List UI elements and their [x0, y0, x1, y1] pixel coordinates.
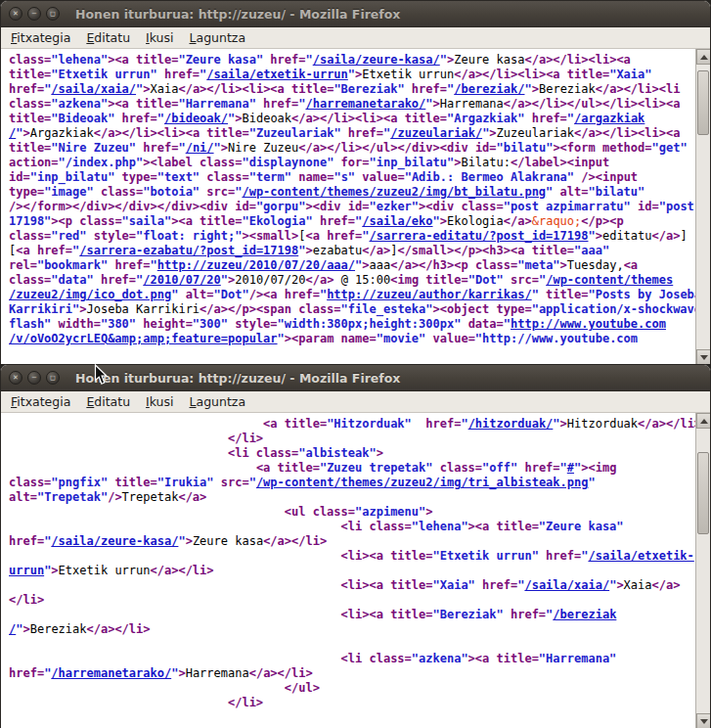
desktop: ✕ − ◻ Honen iturburua: http://zuzeu/ - M… — [0, 0, 711, 728]
source-token — [9, 520, 341, 533]
source-link[interactable]: /saila/zeure-kasa/ — [313, 53, 440, 67]
source-token: Argazkiak — [30, 126, 94, 140]
menu-fitxategia[interactable]: Fitxategia — [3, 391, 78, 412]
source-link[interactable]: /2010/07/20 — [143, 273, 220, 287]
source-link[interactable]: /wp-content/themes/zuzeu2/img/tri_albist… — [256, 476, 589, 489]
menu-laguntza[interactable]: Laguntza — [182, 27, 254, 48]
source-token — [9, 578, 341, 592]
source-token: href= — [9, 82, 44, 96]
vertical-scrollbar[interactable] — [695, 413, 710, 728]
source-link[interactable]: /sarrera-ezabatu/?post_id=17198 — [79, 244, 298, 257]
source-token: "Bereziak" — [432, 608, 503, 621]
source-token: "Nire Zuzeu" — [51, 141, 136, 155]
scrollbar-thumb[interactable] — [697, 70, 709, 135]
source-token: "inp_bilatu" — [369, 156, 454, 169]
source-token: ><p class= — [51, 214, 121, 228]
source-line: title="Nire Zuzeu" href="/ni/">Nire Zuze… — [9, 141, 695, 156]
source-token: "Zuzeu trepetak" — [320, 461, 433, 475]
close-button[interactable]: ✕ — [9, 7, 22, 21]
source-token: Xaia — [151, 82, 179, 96]
source-token: Nire Zuzeu — [228, 141, 298, 155]
maximize-button[interactable]: ◻ — [46, 7, 60, 21]
source-line: Karrikiri">Joseba Karrikiri</a></p><span… — [9, 302, 695, 317]
maximize-button[interactable]: ◻ — [46, 371, 60, 385]
source-line: flash" width="380" height="300" style="w… — [9, 317, 695, 332]
source-token: "Adib.: Bermeo Alakrana" — [405, 170, 574, 184]
source-link[interactable]: /wp-content/themes/zuzeu2/img/bt_bilatu.… — [242, 185, 546, 199]
source-link[interactable]: /harremanetarako/ — [51, 666, 171, 680]
source-token — [9, 505, 285, 519]
source-link[interactable]: /hitzorduak/ — [468, 417, 554, 431]
source-token: "width:380px;height:300px" — [278, 317, 462, 331]
minimize-button[interactable]: − — [27, 371, 41, 385]
scroll-down-button[interactable] — [696, 349, 711, 364]
source-link[interactable]: /saila/eko — [362, 214, 432, 228]
source-line: <li><a title="Xaia" href="/saila/xaia/">… — [9, 578, 695, 593]
source-line: <ul class="azpimenu"> — [9, 505, 695, 520]
source-token: title= — [9, 112, 51, 125]
source-token: "http://www.youtube.com — [475, 332, 638, 345]
source-view: class="lehena"><a title="Zeure kasa" hre… — [1, 49, 710, 364]
source-link[interactable]: /saila/xaia/ — [524, 578, 609, 592]
source-link[interactable]: /v/oVoO2ycrLEQ&amp;amp;feature=popular — [9, 332, 278, 345]
source-link[interactable]: http://www.youtube.com — [511, 317, 666, 331]
source-link[interactable]: /saila/zeure-kasa/ — [51, 534, 178, 548]
titlebar[interactable]: ✕ − ◻ Honen iturburua: http://zuzeu/ - M… — [1, 1, 710, 27]
source-token: ><small> — [242, 229, 298, 243]
source-token: > — [178, 666, 185, 680]
source-token: > — [596, 229, 602, 243]
source-link[interactable]: http://zuzeu/author/karrikas/ — [327, 288, 532, 301]
scroll-up-button[interactable] — [696, 49, 711, 65]
scroll-up-button[interactable] — [696, 413, 711, 429]
source-link[interactable]: /wp-content/themes — [546, 273, 673, 287]
source-token: </a></li><li><a title= — [94, 126, 249, 140]
vertical-scrollbar[interactable] — [695, 49, 710, 364]
source-token: /> — [108, 490, 121, 504]
scroll-down-button[interactable] — [696, 713, 711, 728]
menu-editatu[interactable]: Editatu — [78, 391, 138, 412]
source-token: " — [588, 476, 595, 489]
source-token: > — [51, 564, 58, 577]
source-token: "bookmark" — [37, 258, 108, 272]
source-token: "saila" — [122, 214, 172, 228]
source-link[interactable]: /zuzeulariak/ — [390, 126, 482, 140]
source-link[interactable]: /bideoak/ — [164, 112, 228, 125]
source-token — [9, 681, 285, 695]
arrow-up-icon — [700, 419, 708, 424]
menu-fitxategia[interactable]: Fitxategia — [3, 27, 78, 48]
menu-ikusi[interactable]: Ikusi — [138, 27, 181, 48]
source-link[interactable]: /argazkiak — [574, 112, 644, 125]
minimize-button[interactable]: − — [27, 7, 41, 21]
close-button[interactable]: ✕ — [9, 371, 22, 385]
menu-editatu[interactable]: Editatu — [78, 27, 138, 48]
source-link[interactable]: http://zuzeu/2010/07/20/aaa/ — [157, 258, 355, 272]
source-link[interactable]: /zuzeu2/img/ico_dot.png — [9, 288, 171, 301]
source-link[interactable]: /bereziak — [553, 608, 616, 621]
source-token — [9, 608, 341, 621]
source-line: <li class="lehena"><a title="Zeure kasa" — [9, 520, 695, 534]
source-link[interactable]: /ni/ — [186, 141, 214, 155]
source-link[interactable]: /saila/etxetik- — [588, 549, 693, 563]
menu-laguntza[interactable]: Laguntza — [182, 391, 254, 412]
source-link[interactable]: /saila/xaia/ — [51, 82, 136, 96]
source-token: "380" — [101, 317, 136, 331]
source-link[interactable]: # — [567, 461, 574, 475]
source-link[interactable]: /sarrera-editatu/?post_id=17198 — [370, 229, 589, 243]
menu-ikusi[interactable]: Ikusi — [138, 391, 181, 412]
source-link[interactable]: /saila/etxetik-urrun — [206, 68, 348, 81]
source-token: "pngfix" — [51, 476, 108, 489]
source-link[interactable]: /bereziak/ — [454, 82, 524, 96]
source-token: class= — [200, 170, 249, 184]
source-link[interactable]: /harremanetarako/ — [305, 97, 425, 111]
source-token: Harremana — [186, 666, 249, 680]
scrollbar-thumb[interactable] — [697, 452, 709, 534]
source-link[interactable]: urrun — [9, 564, 44, 577]
source-token: @ 15:00 — [333, 273, 390, 287]
source-token: /><a href= — [249, 288, 320, 301]
source-token — [9, 696, 228, 709]
source-token: </a></li><li><a title= — [178, 82, 333, 96]
source-token: class= — [9, 476, 51, 489]
source-line: <li><a title="Bereziak" href="/bereziak — [9, 608, 695, 622]
source-line: 17198"><p class="saila"><a title="Ekolog… — [9, 214, 695, 229]
source-token: <a title= — [263, 417, 327, 431]
